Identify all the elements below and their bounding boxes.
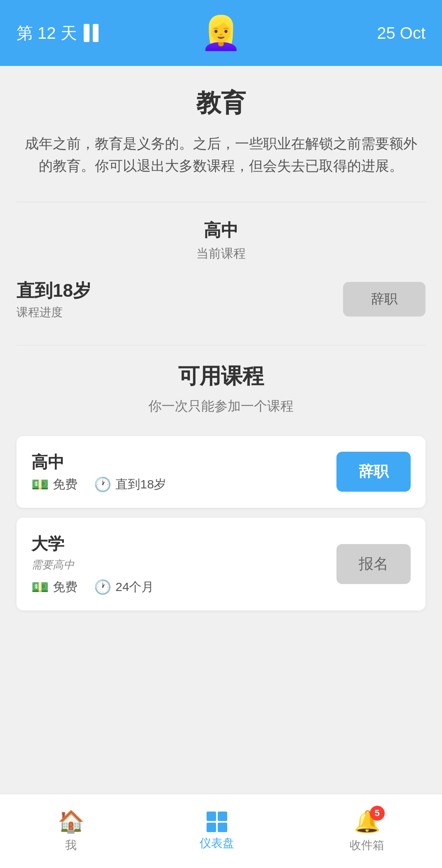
course-card-highschool: 高中 💵 免费 🕐 直到18岁 辞职 bbox=[16, 436, 426, 508]
enroll-button-highschool[interactable]: 辞职 bbox=[336, 452, 411, 492]
course-card-university: 大学 需要高中 💵 免费 🕐 24个月 报名 bbox=[16, 518, 426, 610]
progress-info: 直到18岁 课程进度 bbox=[16, 279, 343, 320]
header-left: 第 12 天 bbox=[16, 22, 99, 45]
current-course-section: 高中 当前课程 直到18岁 课程进度 辞职 bbox=[16, 219, 426, 320]
nav-item-me[interactable]: 🏠 我 bbox=[45, 805, 97, 857]
nav-label-me: 我 bbox=[65, 838, 77, 853]
available-desc: 你一次只能参加一个课程 bbox=[16, 397, 426, 415]
available-courses-section: 可用课程 你一次只能参加一个课程 高中 💵 免费 🕐 直到18岁 辞职 bbox=[16, 362, 426, 610]
pause-bar-right bbox=[93, 24, 99, 42]
cost-label-university: 免费 bbox=[53, 579, 78, 596]
course-meta-university: 💵 免费 🕐 24个月 bbox=[31, 579, 336, 596]
course-require-university: 需要高中 bbox=[31, 558, 336, 572]
clock-icon-highschool: 🕐 bbox=[94, 476, 111, 493]
course-card-info-university: 大学 需要高中 💵 免费 🕐 24个月 bbox=[31, 533, 336, 596]
progress-sub: 课程进度 bbox=[16, 305, 343, 320]
avatar[interactable]: 👱‍♀️ bbox=[200, 16, 242, 49]
dashboard-icon bbox=[207, 812, 227, 832]
cost-label-highschool: 免费 bbox=[53, 476, 78, 493]
course-card-info-highschool: 高中 💵 免费 🕐 直到18岁 bbox=[31, 451, 336, 493]
progress-main: 直到18岁 bbox=[16, 279, 343, 303]
day-counter: 第 12 天 bbox=[16, 22, 77, 45]
duration-item-highschool: 🕐 直到18岁 bbox=[94, 476, 166, 493]
divider-2 bbox=[16, 345, 426, 345]
duration-item-university: 🕐 24个月 bbox=[94, 579, 154, 596]
page-title: 教育 bbox=[16, 87, 426, 120]
current-course-label: 当前课程 bbox=[16, 245, 426, 262]
nav-label-inbox: 收件箱 bbox=[350, 838, 384, 853]
course-name-university: 大学 bbox=[31, 533, 336, 555]
duration-label-university: 24个月 bbox=[115, 579, 154, 596]
bell-wrapper: 🔔 5 bbox=[354, 809, 381, 834]
current-course-name: 高中 bbox=[16, 219, 426, 242]
duration-label-highschool: 直到18岁 bbox=[115, 476, 166, 493]
app-header: 第 12 天 👱‍♀️ 25 Oct bbox=[0, 0, 442, 66]
bottom-navigation: 🏠 我 仪表盘 🔔 5 收件箱 bbox=[0, 794, 442, 868]
clock-icon-university: 🕐 bbox=[94, 579, 111, 595]
inbox-badge: 5 bbox=[370, 806, 385, 821]
money-icon-highschool: 💵 bbox=[31, 476, 49, 493]
progress-row: 直到18岁 课程进度 辞职 bbox=[16, 279, 426, 320]
pause-button[interactable] bbox=[84, 24, 99, 42]
home-icon: 🏠 bbox=[58, 809, 85, 834]
nav-label-dashboard: 仪表盘 bbox=[200, 835, 234, 851]
course-meta-highschool: 💵 免费 🕐 直到18岁 bbox=[31, 476, 336, 493]
nav-item-inbox[interactable]: 🔔 5 收件箱 bbox=[337, 805, 397, 857]
header-date: 25 Oct bbox=[377, 24, 426, 42]
current-quit-button[interactable]: 辞职 bbox=[343, 282, 426, 317]
course-name-highschool: 高中 bbox=[31, 451, 336, 474]
divider-1 bbox=[16, 202, 426, 202]
money-icon-university: 💵 bbox=[31, 579, 49, 595]
nav-item-dashboard[interactable]: 仪表盘 bbox=[187, 807, 247, 855]
main-content: 教育 成年之前，教育是义务的。之后，一些职业在解锁之前需要额外的教育。你可以退出… bbox=[0, 66, 442, 703]
cost-item-highschool: 💵 免费 bbox=[31, 476, 78, 493]
cost-item-university: 💵 免费 bbox=[31, 579, 78, 596]
pause-bar-left bbox=[84, 24, 89, 42]
available-title: 可用课程 bbox=[16, 362, 426, 391]
enroll-button-university[interactable]: 报名 bbox=[336, 544, 411, 584]
page-description: 成年之前，教育是义务的。之后，一些职业在解锁之前需要额外的教育。你可以退出大多数… bbox=[16, 132, 426, 177]
